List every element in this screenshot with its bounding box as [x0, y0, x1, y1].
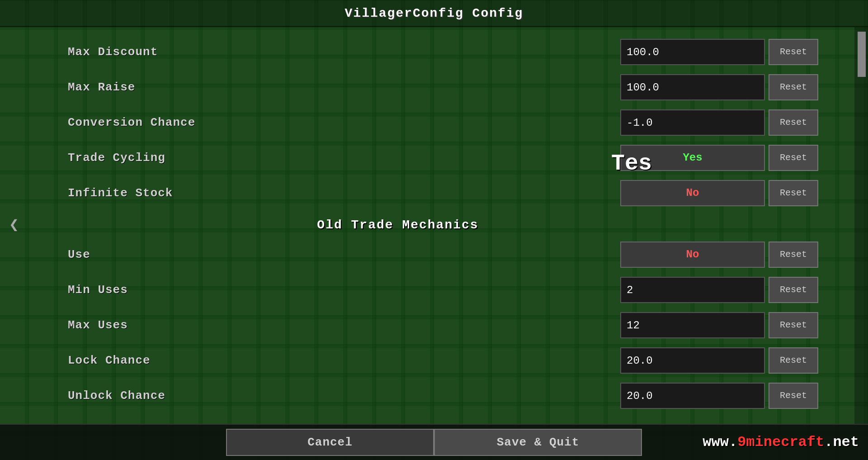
reset-unlock-chance[interactable]: Reset: [769, 383, 818, 409]
config-row-trade-cycling: Trade Cycling Yes Reset: [68, 142, 818, 174]
reset-max-raise[interactable]: Reset: [769, 74, 818, 100]
reset-max-uses[interactable]: Reset: [769, 312, 818, 338]
config-row-max-uses: Max Uses Reset: [68, 309, 818, 341]
input-max-raise[interactable]: [620, 74, 765, 100]
content-area: ❮ Max Discount Reset Max Raise Reset: [0, 27, 868, 424]
input-wrapper-conversion-chance: Reset: [620, 109, 818, 136]
input-wrapper-trade-cycling: Yes Reset: [620, 145, 818, 171]
input-conversion-chance[interactable]: [620, 109, 765, 136]
input-wrapper-max-discount: Reset: [620, 39, 818, 65]
label-use: Use: [68, 248, 620, 261]
save-quit-button[interactable]: Save & Quit: [434, 429, 642, 456]
section-header-old-trade: Old Trade Mechanics: [68, 218, 818, 232]
input-wrapper-max-raise: Reset: [620, 74, 818, 100]
toggle-use[interactable]: No: [620, 242, 765, 268]
label-max-raise: Max Raise: [68, 81, 620, 94]
input-wrapper-lock-chance: Reset: [620, 347, 818, 374]
config-row-min-uses: Min Uses Reset: [68, 274, 818, 306]
label-max-discount: Max Discount: [68, 45, 620, 59]
config-row-max-raise: Max Raise Reset: [68, 71, 818, 103]
reset-lock-chance[interactable]: Reset: [769, 347, 818, 374]
page-title: VillagerConfig Config: [345, 6, 524, 20]
input-unlock-chance[interactable]: [620, 383, 765, 409]
input-wrapper-min-uses: Reset: [620, 277, 818, 303]
config-row-max-discount: Max Discount Reset: [68, 36, 818, 68]
config-row-conversion-chance: Conversion Chance Reset: [68, 107, 818, 138]
label-conversion-chance: Conversion Chance: [68, 116, 620, 129]
config-row-unlock-chance: Unlock Chance Reset: [68, 380, 818, 412]
input-max-uses[interactable]: [620, 312, 765, 338]
toggle-trade-cycling[interactable]: Yes: [620, 145, 765, 171]
label-trade-cycling: Trade Cycling: [68, 151, 620, 165]
config-panel: Max Discount Reset Max Raise Reset Conve…: [0, 27, 854, 424]
input-wrapper-max-uses: Reset: [620, 312, 818, 338]
input-wrapper-infinite-stock: No Reset: [620, 180, 818, 206]
toggle-infinite-stock[interactable]: No: [620, 180, 765, 206]
input-min-uses[interactable]: [620, 277, 765, 303]
label-min-uses: Min Uses: [68, 283, 620, 297]
nav-left-arrow[interactable]: ❮: [9, 218, 19, 234]
scrollbar-track[interactable]: [854, 27, 868, 424]
config-row-use: Use No Reset: [68, 239, 818, 270]
label-infinite-stock: Infinite Stock: [68, 186, 620, 200]
input-max-discount[interactable]: [620, 39, 765, 65]
reset-conversion-chance[interactable]: Reset: [769, 109, 818, 136]
config-row-lock-chance: Lock Chance Reset: [68, 345, 818, 376]
bottom-bar: Cancel Save & Quit www.9minecraft.net: [0, 424, 868, 460]
label-unlock-chance: Unlock Chance: [68, 389, 620, 403]
reset-use[interactable]: Reset: [769, 242, 818, 268]
label-max-uses: Max Uses: [68, 318, 620, 332]
input-wrapper-use: No Reset: [620, 242, 818, 268]
watermark: www.9minecraft.net: [703, 424, 859, 460]
input-lock-chance[interactable]: [620, 347, 765, 374]
input-wrapper-unlock-chance: Reset: [620, 383, 818, 409]
reset-trade-cycling[interactable]: Reset: [769, 145, 818, 171]
title-bar: VillagerConfig Config: [0, 0, 868, 27]
reset-min-uses[interactable]: Reset: [769, 277, 818, 303]
watermark-text: www.9minecraft.net: [703, 434, 859, 451]
label-lock-chance: Lock Chance: [68, 354, 620, 367]
config-row-infinite-stock: Infinite Stock No Reset: [68, 177, 818, 209]
reset-infinite-stock[interactable]: Reset: [769, 180, 818, 206]
cancel-button[interactable]: Cancel: [226, 429, 434, 456]
reset-max-discount[interactable]: Reset: [769, 39, 818, 65]
scrollbar-thumb[interactable]: [858, 32, 866, 77]
